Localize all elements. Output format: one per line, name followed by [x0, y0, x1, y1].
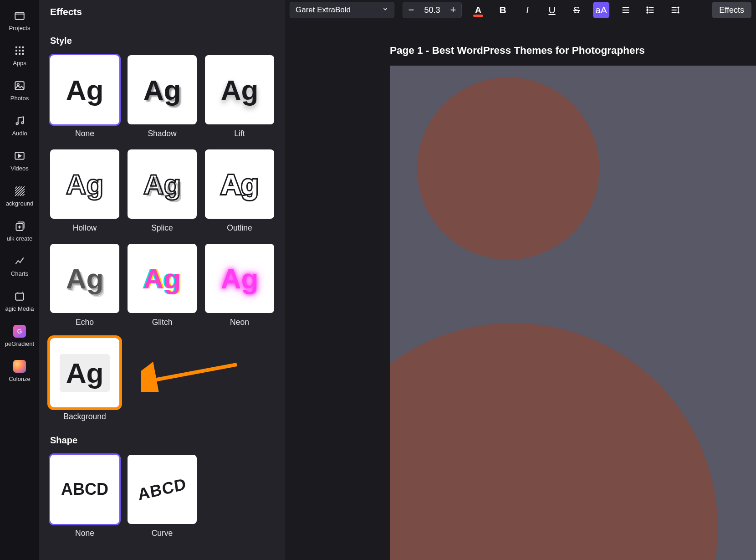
bold-button[interactable]: B	[495, 2, 511, 18]
svg-rect-1	[15, 46, 17, 48]
design-canvas[interactable]	[390, 66, 756, 560]
style-option-shadow[interactable]: Ag	[128, 55, 197, 124]
style-option-splice[interactable]: Ag	[128, 149, 197, 219]
svg-rect-7	[15, 53, 17, 55]
ag-sample: Ag	[143, 262, 181, 295]
rail-item-projects[interactable]: Projects	[9, 9, 31, 31]
lettercase-button[interactable]: aA	[593, 2, 609, 18]
ag-sample: Ag	[143, 168, 181, 200]
rail-item-bulk-create[interactable]: ulk create	[7, 220, 32, 242]
rail-label: Photos	[10, 95, 29, 102]
colorize-app-icon	[13, 360, 26, 373]
rail-item-gradient[interactable]: G peGradient	[5, 325, 34, 347]
shape-grid: ABCD None ABCD Curve	[50, 455, 274, 538]
style-option-none[interactable]: Ag	[50, 55, 119, 124]
style-option-background[interactable]: Ag	[50, 338, 119, 407]
tile-label: Outline	[227, 223, 252, 233]
ag-sample: Ag	[221, 168, 259, 200]
folder-icon	[13, 9, 26, 22]
style-option-outline[interactable]: Ag	[205, 149, 274, 219]
effects-button[interactable]: Effects	[712, 2, 751, 18]
rail-label: Charts	[11, 270, 28, 277]
abcd-sample: ABCD	[137, 474, 187, 504]
align-icon	[621, 5, 631, 15]
tile-label: Shadow	[148, 129, 176, 139]
style-option-neon[interactable]: Ag	[205, 244, 274, 313]
tile-label: None	[75, 529, 94, 538]
shape-section-title: Shape	[50, 435, 274, 446]
svg-point-18	[647, 7, 648, 8]
bulk-create-icon	[13, 220, 26, 232]
font-size-increase-button[interactable]: +	[445, 2, 461, 18]
rail-label: Apps	[13, 60, 26, 67]
italic-icon: I	[526, 5, 529, 16]
video-icon	[13, 149, 26, 162]
svg-rect-0	[15, 13, 24, 20]
italic-button[interactable]: I	[519, 2, 536, 18]
shape-option-none[interactable]: ABCD	[50, 455, 119, 524]
svg-point-20	[647, 12, 648, 13]
style-option-glitch[interactable]: Ag	[128, 244, 197, 313]
tile-label: Glitch	[152, 318, 173, 327]
canvas-shape-circle[interactable]	[417, 77, 599, 260]
text-color-button[interactable]: A	[470, 2, 486, 18]
font-name: Garet ExtraBold	[296, 5, 351, 15]
align-button[interactable]	[618, 2, 634, 18]
font-size-input[interactable]	[419, 2, 445, 18]
style-option-hollow[interactable]: Ag	[50, 149, 119, 219]
style-option-echo[interactable]: Ag	[50, 244, 119, 313]
rail-item-videos[interactable]: Videos	[10, 149, 29, 172]
style-tile-glitch: Ag Glitch	[128, 244, 197, 327]
shape-option-curve[interactable]: ABCD	[128, 455, 197, 524]
list-button[interactable]	[642, 2, 659, 18]
tile-label: Curve	[152, 529, 173, 538]
page-title: Page 1 - Best WordPress Themes for Photo…	[285, 20, 756, 66]
effects-panel: Effects Style Ag None Ag Shadow Ag Lift …	[39, 0, 285, 560]
canvas-shape-circle-large[interactable]	[390, 323, 718, 560]
chevron-down-icon	[382, 5, 388, 15]
tile-label: Splice	[151, 223, 173, 233]
font-selector[interactable]: Garet ExtraBold	[290, 2, 394, 18]
hatch-icon	[13, 185, 26, 197]
left-sidebar-rail: Projects Apps Photos Audio Videos ackgro…	[0, 0, 39, 560]
style-option-lift[interactable]: Ag	[205, 55, 274, 124]
svg-rect-9	[22, 53, 24, 55]
spacing-button[interactable]	[667, 2, 683, 18]
rail-label: Projects	[9, 25, 31, 31]
text-toolbar: Garet ExtraBold − + A B I U S aA Effects	[285, 0, 756, 20]
font-size-decrease-button[interactable]: −	[403, 2, 419, 18]
gradient-app-icon: G	[13, 325, 26, 338]
tile-label: Neon	[230, 318, 249, 327]
bold-icon: B	[499, 5, 506, 15]
svg-rect-4	[15, 50, 17, 51]
lettercase-icon: aA	[595, 5, 607, 15]
rail-item-magic-media[interactable]: agic Media	[5, 290, 34, 312]
rail-item-charts[interactable]: Charts	[11, 255, 28, 277]
rail-label: agic Media	[5, 305, 34, 312]
style-tile-neon: Ag Neon	[205, 244, 274, 327]
svg-rect-6	[22, 50, 24, 51]
tile-label: Background	[63, 412, 106, 421]
rail-item-audio[interactable]: Audio	[12, 114, 27, 137]
ag-sample: Ag	[60, 354, 110, 392]
rail-item-apps[interactable]: Apps	[13, 44, 26, 67]
svg-point-13	[21, 122, 23, 123]
ag-sample: Ag	[221, 74, 259, 106]
rail-item-photos[interactable]: Photos	[10, 79, 29, 102]
svg-point-19	[647, 10, 648, 11]
style-tile-none: Ag None	[50, 55, 119, 139]
shape-tile-none: ABCD None	[50, 455, 119, 538]
strikethrough-button[interactable]: S	[568, 2, 585, 18]
text-color-swatch	[473, 15, 483, 17]
photo-icon	[13, 79, 26, 92]
style-tile-echo: Ag Echo	[50, 244, 119, 327]
font-size-stepper: − +	[403, 2, 462, 18]
ag-sample: Ag	[143, 74, 181, 106]
rail-item-background[interactable]: ackground	[6, 185, 34, 207]
canvas-area: Page 1 - Best WordPress Themes for Photo…	[285, 20, 756, 560]
music-icon	[13, 114, 26, 127]
underline-button[interactable]: U	[544, 2, 560, 18]
rail-label: peGradient	[5, 340, 34, 347]
style-tile-hollow: Ag Hollow	[50, 149, 119, 233]
rail-item-colorize[interactable]: Colorize	[9, 360, 31, 382]
